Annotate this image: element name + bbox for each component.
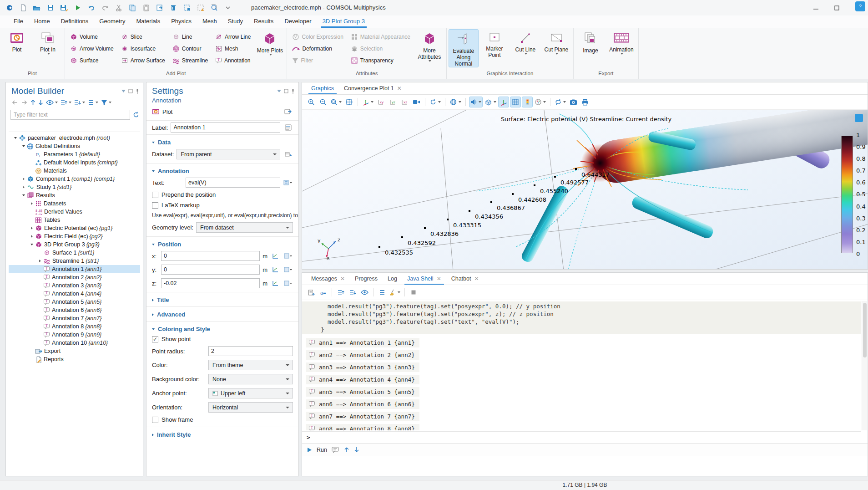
annotation-text-input[interactable]: [186, 178, 280, 188]
delete-button[interactable]: [167, 2, 179, 14]
run-button[interactable]: Run: [317, 447, 327, 453]
tree-node-streamline-1[interactable]: Streamline 1{str1}: [9, 257, 140, 265]
menu-tab-results[interactable]: Results: [248, 16, 279, 28]
close-tab-icon[interactable]: ✕: [340, 276, 345, 282]
ribbon-item-arrow-surface[interactable]: Arrow Surface: [118, 55, 168, 66]
x-position-input[interactable]: [161, 251, 260, 261]
ribbon-button-evaluate-along-normal[interactable]: Evaluate Along Normal: [449, 29, 479, 67]
console-tab-java-shell[interactable]: Java Shell✕: [403, 274, 446, 285]
tree-node-3d-plot-group-3[interactable]: 3D Plot Group 3{pg3}: [9, 240, 140, 249]
view-xy-button[interactable]: xy: [375, 97, 386, 107]
tree-node-pacemaker-electrode-mph[interactable]: pacemaker_electrode.mph(root): [9, 134, 140, 142]
tree-node-reports[interactable]: Reports: [9, 355, 140, 363]
z-position-input[interactable]: [161, 278, 260, 288]
scene-button[interactable]: [449, 97, 462, 107]
console-scrollbar[interactable]: [862, 301, 867, 430]
find-button[interactable]: [208, 2, 220, 14]
move-up-button[interactable]: [30, 98, 36, 107]
parameter-combo-icon[interactable]: [283, 265, 293, 275]
environment-button[interactable]: [484, 97, 497, 107]
pin-icon[interactable]: [291, 89, 295, 94]
nav-forward-button[interactable]: [20, 98, 29, 107]
paste-button[interactable]: [140, 2, 152, 14]
export-code-button[interactable]: [306, 287, 317, 298]
colorbar-toggle-button[interactable]: [522, 97, 533, 107]
move-down-button[interactable]: [37, 98, 44, 107]
ribbon-item-transparency[interactable]: Transparency: [348, 55, 414, 66]
open-file-button[interactable]: [31, 2, 43, 14]
tree-node-annotation-3[interactable]: TAnnotation 3{ann3}: [9, 281, 140, 290]
tree-node-annotation-10[interactable]: TAnnotation 10{ann10}: [9, 339, 140, 347]
ribbon-button-image[interactable]: Image: [575, 29, 606, 67]
range-graph-icon[interactable]: [270, 251, 280, 261]
java-shell-output[interactable]: model.result("pg3").feature(tag).set("po…: [302, 301, 861, 430]
latex-markup-checkbox[interactable]: [152, 202, 158, 209]
maximize-button[interactable]: [826, 0, 847, 15]
parameter-combo-icon[interactable]: [283, 251, 293, 261]
point-radius-input[interactable]: [208, 346, 293, 356]
funnel-button[interactable]: [100, 98, 112, 107]
pin-icon[interactable]: [136, 89, 139, 94]
ribbon-item-line[interactable]: Line: [169, 31, 211, 43]
section-inherit-style[interactable]: Inherit Style: [146, 430, 298, 439]
geometry-level-select[interactable]: From dataset: [196, 222, 293, 233]
anchor-point-select[interactable]: Upper left: [208, 388, 293, 398]
section-position[interactable]: Position: [146, 240, 298, 249]
range-graph-icon[interactable]: [270, 278, 280, 288]
chevron-down-icon[interactable]: [277, 89, 281, 94]
tree-node-global-definitions[interactable]: Global Definitions: [9, 142, 140, 150]
previous-command-icon[interactable]: [344, 447, 349, 453]
tree-node-annotation-8[interactable]: TAnnotation 8{ann8}: [9, 322, 140, 331]
ribbon-button-plot-in[interactable]: Plot In: [33, 29, 63, 67]
run-play-icon[interactable]: [307, 447, 312, 453]
ribbon-item-color-expression[interactable]: Color Expression: [289, 31, 346, 43]
scroll-top-button[interactable]: [335, 287, 346, 298]
tree-node-electric-potential-ec-[interactable]: Electric Potential (ec){pg1}: [9, 224, 140, 232]
tree-node-annotation-1[interactable]: TAnnotation 1{ann1}: [9, 265, 140, 273]
console-tab-progress[interactable]: Progress: [350, 274, 382, 285]
tree-node-study-1[interactable]: Study 1{std1}: [9, 183, 140, 191]
section-annotation[interactable]: Annotation: [146, 166, 298, 176]
tree-node-export[interactable]: Export: [9, 347, 140, 355]
plot-target-icon[interactable]: [283, 107, 293, 117]
nav-back-button[interactable]: [10, 98, 19, 107]
ribbon-item-selection[interactable]: Selection: [348, 43, 414, 55]
close-tab-icon[interactable]: ✕: [437, 276, 441, 282]
ribbon-item-surface[interactable]: Surface: [67, 55, 117, 66]
show-frame-checkbox[interactable]: [152, 417, 158, 423]
next-command-icon[interactable]: [354, 447, 359, 453]
deselect-frame-button[interactable]: [195, 2, 207, 14]
close-tab-icon[interactable]: ✕: [474, 276, 479, 282]
ribbon-item-filter[interactable]: Filter: [289, 55, 346, 66]
prepend-position-checkbox[interactable]: [152, 192, 158, 198]
zoom-box-button[interactable]: [329, 97, 343, 107]
section-coloring-style[interactable]: Coloring and Style: [146, 324, 298, 334]
view-xz-button[interactable]: xz: [399, 97, 410, 107]
word-wrap-button[interactable]: [377, 287, 388, 298]
color-select[interactable]: From theme: [208, 360, 293, 370]
ribbon-item-material-appearance[interactable]: Material Appearance: [348, 31, 414, 43]
axes-button[interactable]: [498, 97, 509, 107]
menu-tab-study[interactable]: Study: [222, 16, 248, 28]
tree-node-default-model-inputs[interactable]: Default Model Inputs{cminpt}: [9, 158, 140, 167]
tree-node-annotation-9[interactable]: TAnnotation 9{ann9}: [9, 331, 140, 339]
rotate-button[interactable]: [429, 97, 442, 107]
copy-button[interactable]: [126, 2, 138, 14]
y-position-input[interactable]: [161, 265, 260, 275]
update-button[interactable]: [554, 97, 567, 107]
app-logo-button[interactable]: [4, 2, 15, 14]
tree-node-parameters-1[interactable]: PiParameters 1{default}: [9, 150, 140, 158]
menu-tab-physics[interactable]: Physics: [166, 16, 197, 28]
float-panel-icon[interactable]: [284, 89, 288, 94]
menu-tab-home[interactable]: Home: [29, 16, 56, 28]
view-list-button[interactable]: [87, 98, 99, 107]
menu-tab-materials[interactable]: Materials: [131, 16, 166, 28]
parameter-combo-icon[interactable]: [283, 278, 293, 288]
section-title[interactable]: Title: [146, 295, 298, 305]
chevron-down-icon[interactable]: [121, 89, 126, 94]
refresh-icon[interactable]: [133, 112, 139, 118]
graphics-tab-convergence-plot-1[interactable]: Convergence Plot 1✕: [339, 83, 406, 94]
ribbon-item-annotation[interactable]: TAnnotation: [212, 55, 254, 66]
ribbon-button-cut-line[interactable]: Cut Line: [510, 29, 540, 67]
float-panel-icon[interactable]: [128, 89, 133, 94]
